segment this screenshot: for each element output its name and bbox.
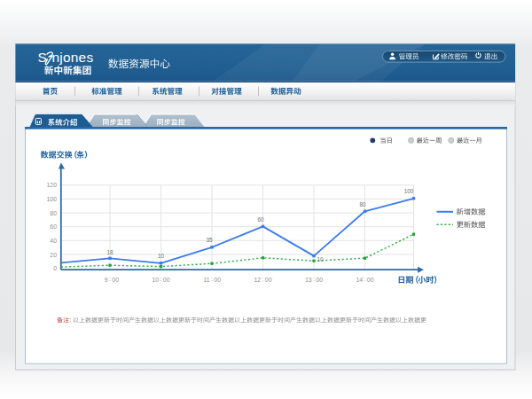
svg-text:60: 60 xyxy=(257,216,264,223)
svg-text::: : xyxy=(109,276,111,282)
svg-text::: : xyxy=(313,276,315,282)
svg-text:14: 14 xyxy=(356,277,363,283)
svg-text:00: 00 xyxy=(112,277,119,283)
svg-text::: : xyxy=(262,276,264,282)
svg-text:00: 00 xyxy=(163,277,170,283)
svg-text:100: 100 xyxy=(404,188,414,194)
svg-text:18: 18 xyxy=(106,249,113,255)
svg-text:35: 35 xyxy=(206,237,213,243)
svg-text:0: 0 xyxy=(53,265,57,271)
svg-text:20: 20 xyxy=(50,252,57,258)
svg-text:12: 12 xyxy=(254,277,261,283)
svg-text:100: 100 xyxy=(47,196,58,202)
svg-text::: : xyxy=(364,276,366,282)
svg-text:13: 13 xyxy=(305,277,312,283)
svg-text:10: 10 xyxy=(317,256,324,262)
svg-text:njones: njones xyxy=(52,50,94,65)
svg-text:00: 00 xyxy=(316,277,323,283)
svg-text:10: 10 xyxy=(158,253,165,259)
svg-text:00: 00 xyxy=(367,277,374,283)
svg-text:80: 80 xyxy=(50,210,57,216)
svg-text:00: 00 xyxy=(265,277,272,283)
svg-text:11: 11 xyxy=(203,277,209,283)
svg-text:10: 10 xyxy=(152,277,159,283)
svg-text::: : xyxy=(160,276,162,282)
svg-text:9: 9 xyxy=(105,277,108,283)
svg-text:40: 40 xyxy=(50,238,57,244)
svg-text:80: 80 xyxy=(359,201,366,207)
svg-text:60: 60 xyxy=(50,223,57,230)
svg-text:120: 120 xyxy=(47,182,58,188)
svg-text:00: 00 xyxy=(214,277,221,283)
svg-text::: : xyxy=(211,276,213,282)
